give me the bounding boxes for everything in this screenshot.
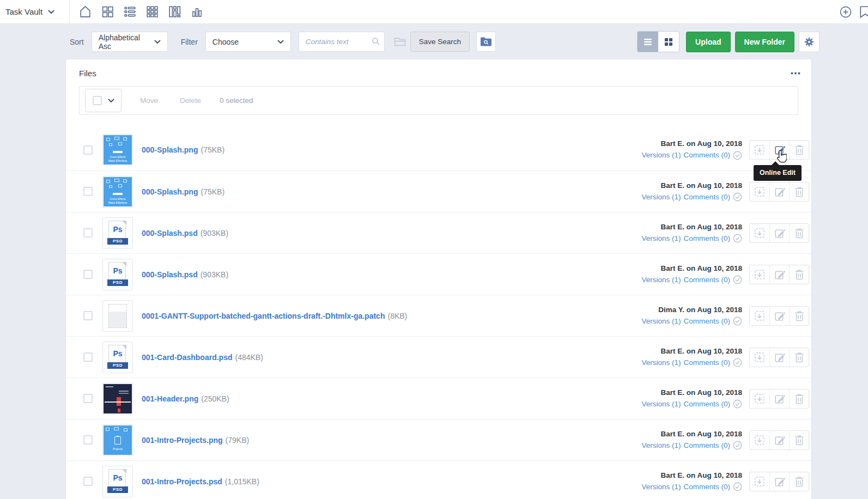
versions-link[interactable]: Versions (1) bbox=[641, 150, 681, 161]
list-view-icon[interactable] bbox=[123, 5, 137, 19]
row-checkbox[interactable] bbox=[83, 352, 93, 362]
online-edit-button[interactable]: Online Edit bbox=[769, 224, 789, 242]
grid-view-toggle[interactable] bbox=[658, 32, 679, 52]
more-options-icon[interactable] bbox=[788, 70, 803, 77]
online-edit-button[interactable]: Online Edit bbox=[769, 141, 789, 159]
file-name-link[interactable]: 000-Splash.psd bbox=[142, 229, 198, 238]
online-edit-button[interactable]: Online Edit bbox=[769, 390, 789, 408]
file-thumbnail[interactable]: Ps PSD bbox=[102, 342, 133, 373]
file-name-link[interactable]: 001-Intro-Projects.png bbox=[142, 436, 223, 445]
comments-link[interactable]: Comments (0) bbox=[683, 357, 730, 369]
file-size: (1,015KB) bbox=[225, 477, 259, 486]
list-view-toggle[interactable] bbox=[638, 32, 658, 52]
delete-file-button[interactable] bbox=[789, 265, 809, 284]
comments-link[interactable]: Comments (0) bbox=[683, 316, 730, 327]
file-name-link[interactable]: 000-Splash.psd bbox=[142, 270, 198, 279]
online-edit-button[interactable]: Online Edit bbox=[769, 265, 789, 284]
new-folder-button[interactable]: New Folder bbox=[735, 32, 794, 52]
file-thumbnail[interactable]: Cross EffortsMade Effortless bbox=[102, 176, 133, 208]
comments-link[interactable]: Comments (0) bbox=[683, 233, 730, 245]
file-thumbnail[interactable] bbox=[102, 383, 133, 415]
save-search-button[interactable]: Save Search bbox=[410, 32, 470, 52]
delete-file-button[interactable] bbox=[789, 141, 809, 159]
download-button[interactable] bbox=[750, 182, 769, 201]
versions-link[interactable]: Versions (1) bbox=[641, 233, 681, 245]
chart-view-icon[interactable] bbox=[190, 5, 204, 19]
gear-icon bbox=[804, 36, 815, 47]
versions-link[interactable]: Versions (1) bbox=[641, 275, 681, 286]
delete-button[interactable]: Delete bbox=[180, 96, 201, 105]
delete-file-button[interactable] bbox=[789, 472, 809, 491]
file-thumbnail[interactable]: Ps PSD bbox=[102, 217, 133, 249]
move-button[interactable]: Move bbox=[140, 96, 158, 105]
dashboard-view-icon[interactable] bbox=[100, 5, 114, 19]
download-button[interactable] bbox=[750, 431, 769, 449]
versions-link[interactable]: Versions (1) bbox=[641, 440, 681, 452]
add-icon[interactable] bbox=[839, 5, 853, 19]
comments-link[interactable]: Comments (0) bbox=[683, 150, 730, 161]
settings-button[interactable] bbox=[799, 32, 820, 52]
download-button[interactable] bbox=[750, 265, 769, 284]
versions-link[interactable]: Versions (1) bbox=[641, 316, 681, 327]
versions-link[interactable]: Versions (1) bbox=[641, 357, 681, 369]
workspace-switcher[interactable]: Task Vault bbox=[0, 0, 70, 23]
home-icon[interactable] bbox=[78, 5, 92, 19]
file-name-link[interactable]: 001-Card-Dashboard.psd bbox=[142, 353, 232, 362]
row-checkbox[interactable] bbox=[83, 311, 93, 320]
download-button[interactable] bbox=[750, 224, 769, 242]
download-button[interactable] bbox=[750, 348, 769, 367]
row-checkbox[interactable] bbox=[83, 477, 93, 486]
row-checkbox[interactable] bbox=[83, 228, 93, 238]
row-checkbox[interactable] bbox=[83, 187, 93, 196]
kanban-view-icon[interactable] bbox=[167, 5, 181, 19]
download-button[interactable] bbox=[750, 390, 769, 408]
online-edit-button[interactable]: Online Edit bbox=[769, 348, 789, 367]
row-checkbox[interactable] bbox=[83, 145, 93, 155]
online-edit-button[interactable]: Online Edit bbox=[769, 431, 789, 449]
edit-icon bbox=[774, 435, 785, 446]
select-all-dropdown[interactable] bbox=[85, 89, 122, 112]
select-all-checkbox[interactable] bbox=[93, 96, 102, 105]
file-thumbnail[interactable]: Projects bbox=[102, 424, 133, 456]
upload-button[interactable]: Upload bbox=[686, 32, 730, 52]
download-button[interactable] bbox=[750, 307, 769, 325]
comments-link[interactable]: Comments (0) bbox=[683, 440, 730, 452]
save-to-folder-icon[interactable] bbox=[394, 37, 406, 47]
row-checkbox[interactable] bbox=[83, 270, 93, 279]
sort-select[interactable]: Alphabetical Asc bbox=[92, 32, 168, 52]
filter-select[interactable]: Choose bbox=[205, 32, 291, 52]
file-name-link[interactable]: 001-Header.png bbox=[142, 394, 198, 403]
file-name-link[interactable]: 000-Splash.png bbox=[142, 145, 198, 154]
comments-link[interactable]: Comments (0) bbox=[683, 399, 730, 410]
comments-link[interactable]: Comments (0) bbox=[683, 192, 730, 203]
file-name-link[interactable]: 0001-GANTT-Support-batched-gantt-actions… bbox=[142, 312, 385, 320]
download-button[interactable] bbox=[750, 141, 769, 159]
file-thumbnail[interactable]: Ps PSD bbox=[102, 466, 133, 497]
delete-file-button[interactable] bbox=[789, 182, 809, 201]
file-name-link[interactable]: 001-Intro-Projects.psd bbox=[142, 477, 222, 486]
file-thumbnail[interactable]: Ps PSD bbox=[102, 259, 133, 290]
delete-file-button[interactable] bbox=[789, 224, 809, 242]
comments-link[interactable]: Comments (0) bbox=[683, 275, 730, 286]
row-checkbox[interactable] bbox=[83, 435, 93, 445]
comments-link[interactable]: Comments (0) bbox=[683, 482, 730, 493]
download-button[interactable] bbox=[750, 472, 769, 491]
delete-file-button[interactable] bbox=[789, 431, 809, 449]
versions-link[interactable]: Versions (1) bbox=[641, 399, 681, 410]
online-edit-button[interactable]: Online Edit bbox=[769, 472, 789, 491]
versions-link[interactable]: Versions (1) bbox=[641, 192, 681, 203]
grid-view-icon[interactable] bbox=[145, 5, 159, 19]
file-name-link[interactable]: 000-Splash.png bbox=[142, 187, 198, 196]
file-thumbnail[interactable]: Cross EffortsMade Effortless bbox=[102, 134, 133, 166]
file-author: Bart E. on Aug 10, 2018 bbox=[641, 138, 742, 150]
file-thumbnail[interactable] bbox=[102, 300, 133, 332]
saved-searches-button[interactable] bbox=[476, 32, 496, 52]
online-edit-button[interactable]: Online Edit bbox=[769, 307, 789, 325]
delete-file-button[interactable] bbox=[789, 307, 809, 325]
row-checkbox[interactable] bbox=[83, 394, 93, 403]
delete-file-button[interactable] bbox=[789, 348, 809, 367]
delete-file-button[interactable] bbox=[789, 390, 809, 408]
bookmark-icon[interactable] bbox=[858, 5, 868, 19]
versions-link[interactable]: Versions (1) bbox=[641, 482, 681, 493]
online-edit-button[interactable]: Online Edit bbox=[769, 182, 789, 201]
